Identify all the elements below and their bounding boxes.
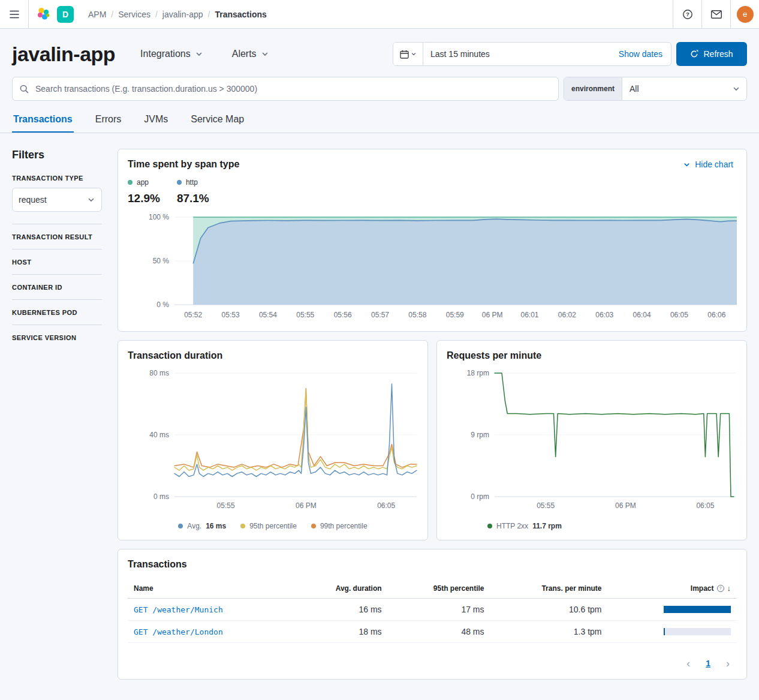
column-header-name[interactable]: Name xyxy=(128,578,293,599)
breadcrumb-item-javalin-app[interactable]: javalin-app xyxy=(162,10,203,19)
svg-text:05:56: 05:56 xyxy=(334,311,352,319)
filter-section-transaction-result[interactable]: TRANSACTION RESULT xyxy=(12,224,102,249)
svg-text:0 rpm: 0 rpm xyxy=(471,492,489,501)
elastic-logo-icon xyxy=(36,7,51,22)
filter-section-host[interactable]: HOST xyxy=(12,249,102,274)
sort-descending-icon[interactable]: ↓ xyxy=(727,584,731,593)
space-badge[interactable]: D xyxy=(57,6,74,23)
svg-text:05:52: 05:52 xyxy=(184,311,202,319)
column-header-impact[interactable]: Impact?↓ xyxy=(607,578,737,599)
span-legend: app12.9%http87.1% xyxy=(128,178,737,205)
span-type-panel: Time spent by span type Hide chart app12… xyxy=(118,149,747,332)
tpm-cell: 1.3 tpm xyxy=(490,621,608,643)
legend-item-http: http87.1% xyxy=(177,178,209,205)
chevron-down-icon xyxy=(87,196,95,204)
svg-text:9 rpm: 9 rpm xyxy=(471,431,489,439)
svg-text:05:58: 05:58 xyxy=(408,311,426,319)
svg-text:40 ms: 40 ms xyxy=(149,431,169,439)
legend-dot-http xyxy=(177,180,182,185)
environment-select[interactable]: environment All xyxy=(564,77,747,101)
requests-per-minute-panel: Requests per minute 0 rpm9 rpm18 rpm05:5… xyxy=(436,340,747,540)
svg-text:06:03: 06:03 xyxy=(595,311,613,319)
transaction-link[interactable]: GET /weather/Munich xyxy=(134,605,223,614)
svg-text:05:53: 05:53 xyxy=(222,311,240,319)
alerts-menu[interactable]: Alerts xyxy=(228,48,273,60)
legend-dot-avg xyxy=(178,524,183,528)
tab-errors[interactable]: Errors xyxy=(94,109,123,133)
impact-bar-track xyxy=(664,606,731,613)
refresh-label: Refresh xyxy=(703,49,733,59)
top-navigation-bar: D APM/Services/javalin-app/Transactions … xyxy=(0,0,759,29)
date-picker: Last 15 minutes Show dates xyxy=(393,42,671,66)
transaction-link[interactable]: GET /weather/London xyxy=(134,627,223,636)
newsfeed-button[interactable] xyxy=(701,0,730,29)
impact-bar-fill xyxy=(664,606,731,613)
column-header-trans-per-minute[interactable]: Trans. per minute xyxy=(490,578,608,599)
svg-text:18 rpm: 18 rpm xyxy=(467,369,489,377)
legend-dot-95th-percentile xyxy=(240,524,245,528)
breadcrumb-item-apm[interactable]: APM xyxy=(88,10,106,19)
filter-section-service-version[interactable]: SERVICE VERSION xyxy=(12,325,102,350)
svg-text:06:02: 06:02 xyxy=(558,311,576,319)
transactions-title: Transactions xyxy=(128,559,737,570)
mail-icon xyxy=(711,10,722,19)
breadcrumb-separator: / xyxy=(111,10,113,19)
help-button[interactable]: ? xyxy=(673,0,701,29)
previous-page-button[interactable]: ‹ xyxy=(683,657,694,669)
tab-jvms[interactable]: JVMs xyxy=(143,109,169,133)
legend-item-95th-percentile: 95th percentile xyxy=(240,522,297,530)
rpm-chart-svg: 0 rpm9 rpm18 rpm05:5506 PM06:05 xyxy=(447,368,737,512)
span-panel-title: Time spent by span type xyxy=(128,159,239,170)
rpm-legend: HTTP 2xx11.7 rpm xyxy=(447,522,737,530)
menu-button[interactable] xyxy=(0,0,29,29)
filter-section-container-id[interactable]: CONTAINER ID xyxy=(12,274,102,299)
transaction-type-select[interactable]: request xyxy=(12,188,102,212)
svg-text:05:55: 05:55 xyxy=(537,501,555,510)
filter-sections: TRANSACTION RESULTHOSTCONTAINER IDKUBERN… xyxy=(12,224,102,350)
legend-label: HTTP 2xx xyxy=(496,522,528,530)
impact-cell xyxy=(607,599,737,621)
filters-sidebar: Filters TRANSACTION TYPE request TRANSAC… xyxy=(12,149,102,680)
search-input[interactable] xyxy=(34,83,551,94)
pagination: ‹ 1 › xyxy=(128,657,737,669)
avatar[interactable]: e xyxy=(737,6,754,23)
environment-value: All xyxy=(622,84,732,94)
avg-duration-cell: 16 ms xyxy=(293,599,387,621)
chevron-down-icon xyxy=(195,50,203,58)
svg-text:100 %: 100 % xyxy=(149,213,169,221)
column-header-95th-percentile[interactable]: 95th percentile xyxy=(388,578,490,599)
legend-label: 95th percentile xyxy=(249,522,297,530)
show-dates-link[interactable]: Show dates xyxy=(610,49,671,59)
legend-item-avg: Avg.16 ms xyxy=(178,522,226,530)
svg-text:?: ? xyxy=(686,11,689,17)
page-number[interactable]: 1 xyxy=(706,659,710,668)
refresh-button[interactable]: Refresh xyxy=(676,42,747,66)
impact-bar-track xyxy=(664,628,731,635)
breadcrumb-item-services[interactable]: Services xyxy=(118,10,150,19)
chevron-down-icon xyxy=(732,85,740,93)
main-content: Filters TRANSACTION TYPE request TRANSAC… xyxy=(0,133,759,692)
filter-section-kubernetes-pod[interactable]: KUBERNETES POD xyxy=(12,299,102,325)
svg-text:06 PM: 06 PM xyxy=(296,501,317,510)
next-page-button[interactable]: › xyxy=(722,657,733,669)
tab-transactions[interactable]: Transactions xyxy=(12,109,74,133)
p95-cell: 48 ms xyxy=(388,621,490,643)
table-row: GET /weather/London18 ms48 ms1.3 tpm xyxy=(128,621,737,643)
integrations-label: Integrations xyxy=(140,49,191,59)
svg-text:05:54: 05:54 xyxy=(259,311,277,319)
hide-chart-button[interactable]: Hide chart xyxy=(679,159,737,170)
page-title: javalin-app xyxy=(12,42,115,66)
breadcrumb: APM/Services/javalin-app/Transactions xyxy=(81,10,267,19)
column-header-avg-duration[interactable]: Avg. duration xyxy=(293,578,387,599)
elastic-logo[interactable] xyxy=(36,7,51,22)
calendar-button[interactable] xyxy=(393,43,423,65)
integrations-menu[interactable]: Integrations xyxy=(137,48,207,60)
calendar-icon xyxy=(400,50,409,59)
time-range-value[interactable]: Last 15 minutes xyxy=(423,49,610,59)
svg-text:06:05: 06:05 xyxy=(377,501,395,510)
avg-duration-cell: 18 ms xyxy=(293,621,387,643)
tab-service-map[interactable]: Service Map xyxy=(189,109,245,133)
table-row: GET /weather/Munich16 ms17 ms10.6 tpm xyxy=(128,599,737,621)
filters-title: Filters xyxy=(12,149,102,161)
legend-dot-app xyxy=(128,180,132,185)
